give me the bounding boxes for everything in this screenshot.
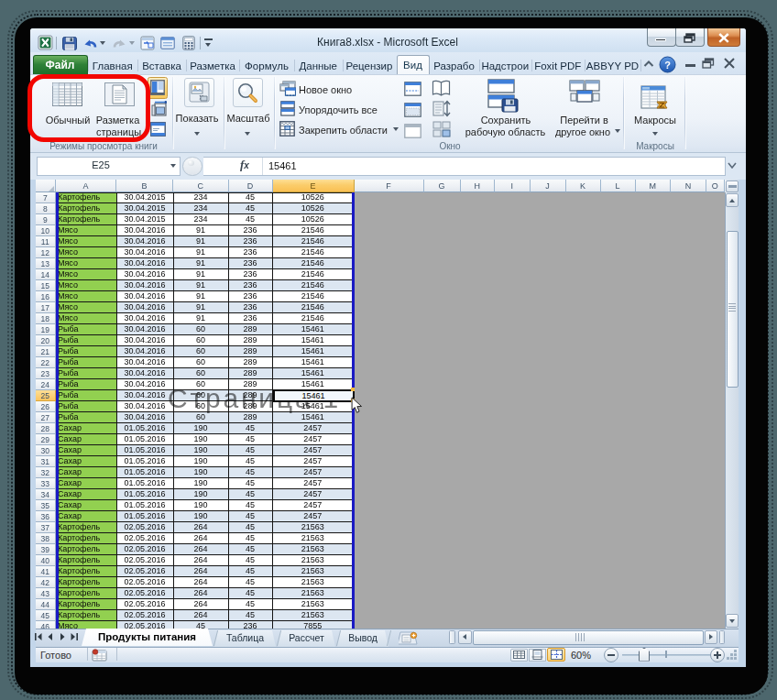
svg-text:?: ? (664, 60, 671, 71)
